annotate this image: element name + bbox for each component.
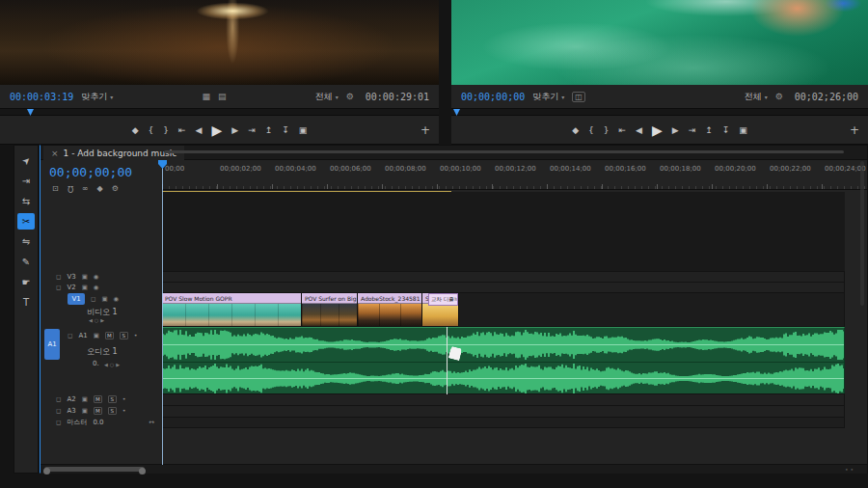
source-fit-dropdown[interactable]: 맞추기 ▾ — [81, 91, 113, 103]
master-track-label[interactable]: 마스터 — [67, 418, 87, 427]
track-master-content[interactable] — [162, 417, 845, 428]
track-name-v1[interactable]: 비디오 1 — [87, 307, 118, 317]
sync-lock-icon[interactable]: ▣ — [82, 284, 88, 291]
eye-icon[interactable]: ◉ — [94, 273, 99, 281]
add-marker-icon[interactable]: ◆ — [97, 184, 103, 193]
lock-icon[interactable]: ◻ — [91, 295, 95, 303]
sync-lock-icon[interactable]: ▣ — [82, 273, 88, 281]
type-tool[interactable]: T — [17, 294, 35, 311]
track-a2-content[interactable] — [162, 393, 845, 405]
eye-icon[interactable]: ◉ — [94, 284, 99, 291]
horizontal-scrollbar-thumb[interactable] — [44, 467, 145, 472]
audio-clip[interactable] — [162, 327, 845, 394]
track-height-icon[interactable]: ↔ — [149, 419, 154, 426]
track-target-v3[interactable]: V3 — [67, 273, 75, 281]
mark-in-button[interactable]: { — [149, 125, 154, 135]
track-v2-content[interactable] — [162, 282, 845, 292]
nest-toggle-icon[interactable]: ⊡ — [52, 184, 59, 193]
mute-button[interactable]: M — [94, 395, 102, 403]
next-keyframe-icon[interactable]: ▶ — [100, 317, 106, 323]
step-back-button[interactable]: ◀ — [196, 125, 203, 135]
video-clip[interactable]: POV Slow Motion GOPR — [162, 293, 302, 327]
step-back-button[interactable]: ◀ — [636, 125, 642, 135]
solo-button[interactable]: S — [108, 395, 117, 403]
play-button[interactable]: ▶ — [652, 122, 663, 138]
go-to-out-button[interactable]: ⇥ — [248, 125, 256, 135]
program-fit-dropdown[interactable]: 맞추기 ▾ — [532, 91, 564, 103]
zoom-handle-right[interactable] — [139, 468, 146, 474]
hand-tool[interactable]: ☛ — [17, 274, 35, 290]
button-editor-icon[interactable]: ▤ — [218, 92, 227, 101]
solo-button[interactable]: S — [120, 332, 128, 339]
record-arm-icon[interactable]: • — [122, 407, 126, 415]
export-frame-button[interactable]: ▣ — [299, 125, 308, 135]
go-to-in-button[interactable]: ⇤ — [619, 125, 627, 135]
add-marker-button[interactable]: ◆ — [132, 125, 139, 135]
safe-margins-icon[interactable]: ▦ — [202, 92, 210, 101]
sync-lock-icon[interactable]: ▣ — [101, 295, 107, 303]
pen-tool[interactable]: ✎ — [17, 254, 35, 270]
lock-icon[interactable]: ◻ — [56, 395, 61, 403]
source-scrubber-playhead[interactable] — [27, 109, 34, 116]
lift-button[interactable]: ↥ — [265, 125, 273, 135]
eye-icon[interactable]: ◉ — [114, 295, 120, 303]
go-to-out-button[interactable]: ⇥ — [689, 125, 696, 135]
mark-out-button[interactable]: } — [604, 125, 610, 135]
track-a1-content[interactable] — [162, 326, 845, 393]
extract-button[interactable]: ↧ — [722, 125, 730, 135]
source-patch-a1[interactable]: A1 — [44, 329, 60, 360]
selection-tool[interactable]: ➤ — [17, 152, 35, 169]
extract-button[interactable]: ↧ — [282, 125, 289, 135]
go-to-in-button[interactable]: ⇤ — [178, 125, 186, 135]
snap-icon[interactable]: Ω — [68, 184, 73, 193]
lock-icon[interactable]: ◻ — [56, 273, 61, 281]
zoom-handle-left[interactable] — [43, 468, 50, 474]
sequence-tab[interactable]: × 1 - Add background music — [43, 146, 184, 160]
master-level[interactable]: 0.0 — [93, 419, 103, 426]
track-v3-content[interactable] — [162, 271, 845, 282]
export-frame-button[interactable]: ▣ — [739, 125, 747, 135]
comparison-view-button[interactable]: ◫ — [572, 92, 585, 102]
source-patch-v1[interactable]: V1 — [68, 293, 85, 305]
program-scrubber-playhead[interactable] — [453, 109, 460, 116]
track-target-a3[interactable]: A3 — [67, 407, 75, 415]
track-target-a1[interactable]: A1 — [78, 332, 87, 339]
razor-tool[interactable]: ✂ — [17, 213, 35, 230]
keyframe-controls[interactable]: ◀○▶ — [104, 362, 122, 367]
step-forward-button[interactable]: ▶ — [672, 125, 679, 135]
mark-in-button[interactable]: { — [588, 125, 594, 135]
track-select-tool[interactable]: ⇥ — [17, 173, 35, 189]
lift-button[interactable]: ↥ — [705, 125, 713, 135]
keyframe-controls[interactable]: ◀○▶ — [89, 317, 106, 323]
track-gain-a1[interactable]: 0. — [93, 360, 99, 367]
play-button[interactable]: ▶ — [212, 122, 223, 138]
track-target-v2[interactable]: V2 — [67, 284, 75, 291]
sync-lock-icon[interactable]: ▣ — [94, 332, 99, 339]
button-editor-plus-button[interactable]: + — [420, 117, 430, 144]
record-arm-icon[interactable]: • — [134, 332, 138, 339]
transition-cross-dissolve[interactable]: 교차 디졸브 — [428, 293, 458, 306]
mute-button[interactable]: M — [105, 332, 114, 339]
mute-button[interactable]: M — [94, 407, 102, 415]
next-keyframe-icon[interactable]: ▶ — [116, 362, 122, 367]
horizontal-scrollbar[interactable]: •• — [41, 464, 867, 474]
vertical-scrollbar[interactable] — [860, 161, 864, 306]
lock-icon[interactable]: ◻ — [56, 407, 61, 415]
lock-icon[interactable]: ◻ — [68, 332, 72, 339]
track-a3-content[interactable] — [162, 405, 845, 417]
mark-out-button[interactable]: } — [163, 125, 169, 135]
lock-icon[interactable]: ◻ — [56, 284, 61, 291]
timeline-ruler[interactable]: 00;0000;00;02;0000;00;04;0000;00;06;0000… — [162, 160, 867, 190]
settings-wrench-icon[interactable]: ⚙ — [775, 92, 783, 101]
program-resolution-dropdown[interactable]: 전체 ▾ — [745, 91, 768, 103]
solo-button[interactable]: S — [108, 407, 117, 415]
source-resolution-dropdown[interactable]: 전체 ▾ — [315, 91, 339, 103]
timeline-zoom-scrollbar[interactable] — [164, 150, 844, 153]
playhead-line[interactable] — [162, 160, 163, 465]
linked-selection-icon[interactable]: ∞ — [82, 184, 89, 193]
record-arm-icon[interactable]: • — [122, 395, 126, 403]
timeline-playhead-timecode[interactable]: 00;00;00;00 — [49, 165, 132, 179]
close-icon[interactable]: × — [51, 149, 59, 158]
add-marker-button[interactable]: ◆ — [572, 125, 579, 135]
ripple-edit-tool[interactable]: ⇆ — [17, 193, 35, 209]
